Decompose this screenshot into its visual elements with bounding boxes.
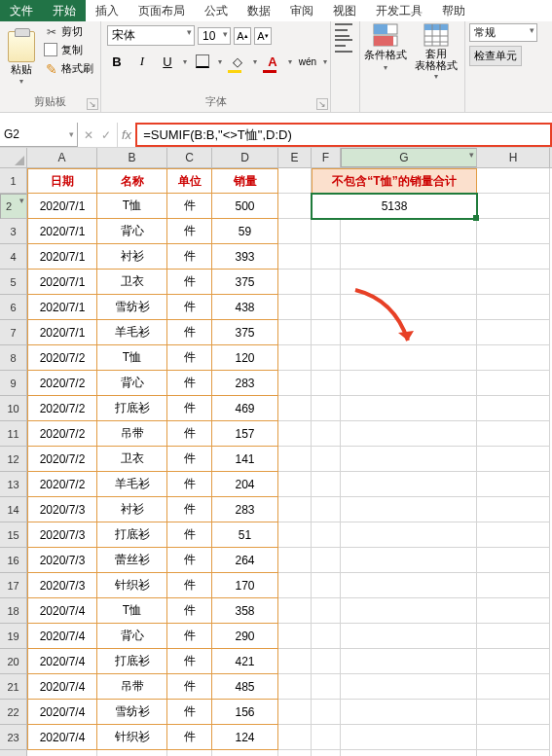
cell[interactable]: 2020/7/2	[27, 447, 97, 472]
cell[interactable]: 件	[167, 598, 212, 624]
cell[interactable]	[477, 345, 550, 371]
tab-review[interactable]: 审阅	[280, 0, 323, 21]
cell[interactable]: 吊带	[97, 421, 167, 447]
cell[interactable]: 件	[167, 624, 212, 649]
row-header[interactable]: 22	[0, 700, 27, 725]
cell[interactable]	[477, 573, 550, 598]
cell[interactable]	[278, 421, 312, 447]
cell[interactable]: 销量	[212, 168, 278, 194]
cell[interactable]	[312, 219, 341, 244]
cell[interactable]	[341, 573, 477, 598]
italic-button[interactable]: I	[132, 52, 152, 71]
cell[interactable]: 件	[167, 649, 212, 674]
cell[interactable]: 393	[212, 244, 278, 270]
cell[interactable]	[278, 573, 312, 598]
cell[interactable]: 204	[212, 472, 278, 497]
cell[interactable]: 件	[167, 295, 212, 320]
cell[interactable]: 针织衫	[97, 725, 167, 750]
cell[interactable]: 打底衫	[97, 649, 167, 674]
cell[interactable]	[278, 270, 312, 295]
cell[interactable]: 名称	[97, 168, 167, 194]
col-header-g[interactable]: G	[341, 148, 477, 167]
cell[interactable]	[341, 396, 477, 421]
cell[interactable]	[341, 219, 477, 244]
row-header[interactable]: 21	[0, 674, 27, 700]
cell[interactable]	[477, 548, 550, 573]
row-header[interactable]: 23	[0, 725, 27, 750]
align-left-button[interactable]	[335, 39, 352, 53]
col-header-e[interactable]: E	[278, 148, 312, 167]
row-header[interactable]: 13	[0, 472, 27, 497]
cell[interactable]	[278, 320, 312, 345]
cell[interactable]: T恤	[97, 598, 167, 624]
cell[interactable]	[341, 700, 477, 725]
cell[interactable]	[278, 371, 312, 396]
cell[interactable]: 件	[167, 472, 212, 497]
cell[interactable]	[312, 649, 341, 674]
cell[interactable]	[477, 522, 550, 548]
format-as-table-button[interactable]: 套用 表格格式 ▾	[415, 23, 458, 95]
row-header[interactable]: 10	[0, 396, 27, 421]
font-dialog-launcher[interactable]: ↘	[316, 98, 328, 110]
cell[interactable]	[312, 270, 341, 295]
cell[interactable]	[278, 750, 312, 756]
cell[interactable]: 358	[212, 598, 278, 624]
font-color-button[interactable]: A	[263, 52, 282, 71]
cell[interactable]	[278, 194, 312, 219]
cell[interactable]: 469	[212, 396, 278, 421]
cell[interactable]: T恤	[97, 345, 167, 371]
cell[interactable]	[312, 624, 341, 649]
result-value-cell[interactable]: 5138	[312, 194, 477, 219]
row-header[interactable]: 18	[0, 598, 27, 624]
cell[interactable]	[312, 522, 341, 548]
cell[interactable]: 2020/7/1	[27, 194, 97, 219]
cell[interactable]: 打底衫	[97, 396, 167, 421]
cell[interactable]	[278, 725, 312, 750]
formula-input[interactable]: =SUMIF(B:B,"<>T恤",D:D)	[135, 123, 552, 147]
cell[interactable]	[312, 295, 341, 320]
cell[interactable]	[278, 497, 312, 522]
cell[interactable]	[341, 244, 477, 270]
cell[interactable]: 2020/7/1	[27, 295, 97, 320]
increase-font-button[interactable]: A▴	[234, 27, 251, 45]
cell[interactable]: 衬衫	[97, 497, 167, 522]
cell[interactable]	[477, 396, 550, 421]
cell[interactable]	[341, 598, 477, 624]
cell[interactable]	[477, 472, 550, 497]
cell[interactable]	[477, 649, 550, 674]
cell[interactable]	[312, 472, 341, 497]
cell[interactable]: 羊毛衫	[97, 320, 167, 345]
cell[interactable]: 件	[167, 396, 212, 421]
cell[interactable]: 件	[167, 421, 212, 447]
cell[interactable]	[278, 548, 312, 573]
cell[interactable]	[341, 522, 477, 548]
tab-home[interactable]: 开始	[43, 0, 86, 21]
cell[interactable]	[312, 725, 341, 750]
cell[interactable]	[312, 345, 341, 371]
cell[interactable]: 衬衫	[97, 244, 167, 270]
formula-confirm-button[interactable]: ✓	[101, 128, 111, 142]
cell[interactable]: 500	[212, 194, 278, 219]
cell[interactable]: 59	[212, 219, 278, 244]
cell[interactable]	[477, 320, 550, 345]
cell[interactable]	[278, 168, 312, 194]
cell[interactable]: 283	[212, 371, 278, 396]
cell[interactable]: 290	[212, 624, 278, 649]
align-top-button[interactable]	[335, 23, 352, 37]
fx-icon[interactable]: fx	[118, 123, 135, 147]
cell[interactable]: 2020/7/2	[27, 421, 97, 447]
cell[interactable]: 单位	[167, 168, 212, 194]
col-header-d[interactable]: D	[212, 148, 278, 167]
cell[interactable]	[312, 320, 341, 345]
row-header[interactable]: 3	[0, 219, 27, 244]
cell[interactable]	[312, 244, 341, 270]
format-painter-button[interactable]: ✎格式刷	[43, 60, 95, 77]
col-header-a[interactable]: A	[27, 148, 97, 167]
tab-insert[interactable]: 插入	[86, 0, 129, 21]
cell[interactable]	[312, 573, 341, 598]
cell[interactable]: 件	[167, 700, 212, 725]
cell[interactable]	[477, 194, 550, 219]
cell[interactable]: 针织衫	[97, 573, 167, 598]
cell[interactable]	[477, 295, 550, 320]
col-header-f[interactable]: F	[312, 148, 341, 167]
